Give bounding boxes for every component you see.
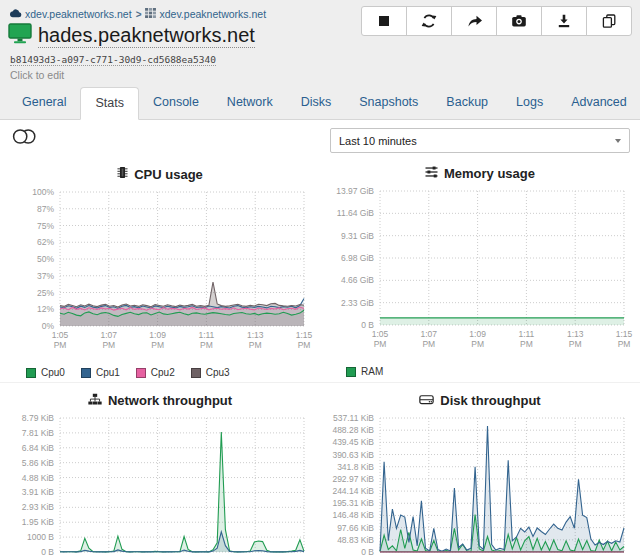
breadcrumb-host-link[interactable]: xdev.peaknetworks.net <box>145 8 266 20</box>
stop-button[interactable] <box>361 6 407 36</box>
vm-uuid[interactable]: b81493d3-a097-c771-30d9-cd5688ea5340 <box>10 54 216 66</box>
stop-icon <box>376 13 392 29</box>
svg-text:1:13PM: 1:13PM <box>247 330 264 350</box>
legend-color-swatch <box>26 368 36 378</box>
migrate-button[interactable] <box>451 6 497 36</box>
toggle-icon <box>12 133 37 148</box>
breadcrumb-label: xdev.peaknetworks.net <box>159 8 266 20</box>
monitor-icon <box>8 23 32 48</box>
copy-icon <box>601 13 617 29</box>
svg-text:537.11 KiB: 537.11 KiB <box>333 413 374 423</box>
svg-text:4.66 GiB: 4.66 GiB <box>341 275 374 285</box>
legend-label: Cpu3 <box>206 367 230 378</box>
camera-icon <box>511 13 527 29</box>
time-range-value: Last 10 minutes <box>339 135 417 147</box>
svg-text:5.86 KiB: 5.86 KiB <box>22 458 54 468</box>
download-icon <box>556 13 572 29</box>
svg-text:0%: 0% <box>42 321 55 331</box>
chart-title-text: CPU usage <box>134 167 203 182</box>
svg-text:0 B: 0 B <box>361 547 374 556</box>
chart-title-text: Memory usage <box>444 166 535 181</box>
svg-text:6.84 KiB: 6.84 KiB <box>22 443 54 453</box>
legend-color-swatch <box>191 368 201 378</box>
export-button[interactable] <box>541 6 587 36</box>
tab-network[interactable]: Network <box>213 87 287 120</box>
legend-color-swatch <box>136 368 146 378</box>
svg-text:7.81 KiB: 7.81 KiB <box>22 428 54 438</box>
svg-text:146.48 KiB: 146.48 KiB <box>332 510 374 520</box>
legend-label: Cpu1 <box>96 367 120 378</box>
memory-usage-chart: 1:05PM1:07PM1:09PM1:11PM1:13PM1:15PM13.9… <box>322 183 638 363</box>
legend-label: Cpu2 <box>151 367 175 378</box>
svg-text:1:07PM: 1:07PM <box>101 330 118 350</box>
svg-text:195.31 KiB: 195.31 KiB <box>332 498 374 508</box>
breadcrumb-separator: > <box>136 9 142 20</box>
svg-text:1:05PM: 1:05PM <box>372 329 389 349</box>
microchip-icon <box>117 166 128 182</box>
svg-text:1:13PM: 1:13PM <box>567 329 584 349</box>
share-arrow-icon <box>466 13 483 29</box>
sitemap-icon <box>88 393 102 408</box>
svg-text:1:05PM: 1:05PM <box>52 330 69 350</box>
network-throughput-chart: 1:05PM1:07PM1:09PM1:11PM1:13PM1:15PM8.79… <box>2 410 318 556</box>
svg-text:1000 B: 1000 B <box>27 532 54 542</box>
svg-text:1:07PM: 1:07PM <box>421 329 438 349</box>
legend-item: Cpu2 <box>136 367 175 378</box>
tab-stats[interactable]: Stats <box>80 87 139 120</box>
vm-title[interactable]: hades.peaknetworks.net <box>38 24 255 48</box>
svg-text:1:09PM: 1:09PM <box>149 330 166 350</box>
reboot-button[interactable] <box>406 6 452 36</box>
sliders-icon <box>425 166 438 181</box>
tab-advanced[interactable]: Advanced <box>557 87 640 120</box>
legend-color-swatch <box>81 368 91 378</box>
chart-title-text: Network throughput <box>108 393 232 408</box>
hdd-icon <box>419 393 434 408</box>
vm-header: xdev.peaknetworks.net > xdev.peaknetwork… <box>0 0 640 120</box>
svg-text:1:09PM: 1:09PM <box>469 329 486 349</box>
tab-disks[interactable]: Disks <box>287 87 346 120</box>
time-range-select[interactable]: Last 10 minutes <box>330 128 630 153</box>
toggle-charts-button[interactable] <box>12 128 37 148</box>
disk-throughput-chart: 1:05PM1:07PM1:09PM1:11PM1:13PM1:15PM537.… <box>322 410 638 556</box>
tab-general[interactable]: General <box>8 87 80 120</box>
tab-logs[interactable]: Logs <box>502 87 557 120</box>
svg-text:1:11PM: 1:11PM <box>198 330 214 350</box>
svg-text:2.93 KiB: 2.93 KiB <box>22 502 54 512</box>
svg-text:97.66 KiB: 97.66 KiB <box>337 523 374 533</box>
charts-grid: CPU usage 1:05PM1:07PM1:09PM1:11PM1:13PM… <box>0 160 640 556</box>
breadcrumb-pool-link[interactable]: xdev.peaknetworks.net <box>10 8 132 20</box>
svg-text:12%: 12% <box>37 304 54 314</box>
svg-text:13.97 GiB: 13.97 GiB <box>336 186 374 196</box>
svg-text:37%: 37% <box>37 271 54 281</box>
svg-text:341.8 KiB: 341.8 KiB <box>337 462 374 472</box>
breadcrumb-label: xdev.peaknetworks.net <box>25 8 132 20</box>
network-throughput-panel: Network throughput 1:05PM1:07PM1:09PM1:1… <box>0 382 320 556</box>
svg-text:9.31 GiB: 9.31 GiB <box>341 231 374 241</box>
legend-item: Cpu0 <box>26 367 65 378</box>
tab-snapshots[interactable]: Snapshots <box>345 87 432 120</box>
legend-label: Cpu0 <box>41 367 65 378</box>
legend-color-swatch <box>346 367 356 377</box>
refresh-icon <box>421 13 437 29</box>
tab-backup[interactable]: Backup <box>432 87 502 120</box>
legend-item: Cpu3 <box>191 367 230 378</box>
svg-text:11.64 GiB: 11.64 GiB <box>337 208 375 218</box>
svg-text:100%: 100% <box>32 187 54 197</box>
svg-text:25%: 25% <box>37 288 54 298</box>
snapshot-button[interactable] <box>496 6 542 36</box>
svg-text:1:11PM: 1:11PM <box>518 329 534 349</box>
chart-legend: Cpu0Cpu1Cpu2Cpu3 <box>2 367 318 378</box>
svg-text:1:15PM: 1:15PM <box>616 329 633 349</box>
svg-text:48.83 KiB: 48.83 KiB <box>337 535 374 545</box>
copy-button[interactable] <box>586 6 632 36</box>
cpu-usage-panel: CPU usage 1:05PM1:07PM1:09PM1:11PM1:13PM… <box>0 160 320 382</box>
svg-text:244.14 KiB: 244.14 KiB <box>332 486 374 496</box>
svg-text:1:15PM: 1:15PM <box>296 330 313 350</box>
vm-toolbar <box>361 6 632 36</box>
legend-item: Cpu1 <box>81 367 120 378</box>
memory-usage-panel: Memory usage 1:05PM1:07PM1:09PM1:11PM1:1… <box>320 160 640 382</box>
svg-text:488.28 KiB: 488.28 KiB <box>332 425 374 435</box>
tab-console[interactable]: Console <box>139 87 213 120</box>
svg-text:6.98 GiB: 6.98 GiB <box>341 253 374 263</box>
legend-label: RAM <box>361 366 383 377</box>
